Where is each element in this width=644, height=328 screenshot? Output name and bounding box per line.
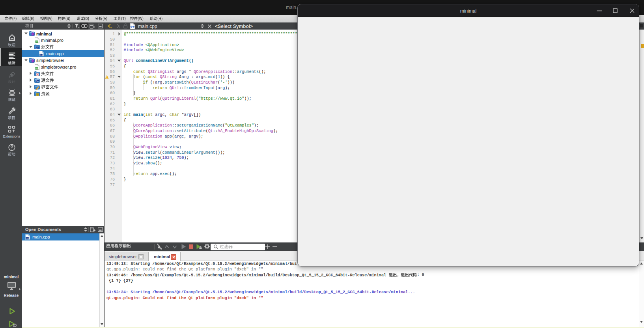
svg-text:C++: C++ <box>36 80 39 82</box>
svg-text:C++: C++ <box>39 54 43 56</box>
svg-text:C++: C++ <box>36 47 39 49</box>
svg-text:pro: pro <box>35 41 38 43</box>
svg-text:C++: C++ <box>26 237 29 239</box>
svg-text:pro: pro <box>35 67 38 69</box>
